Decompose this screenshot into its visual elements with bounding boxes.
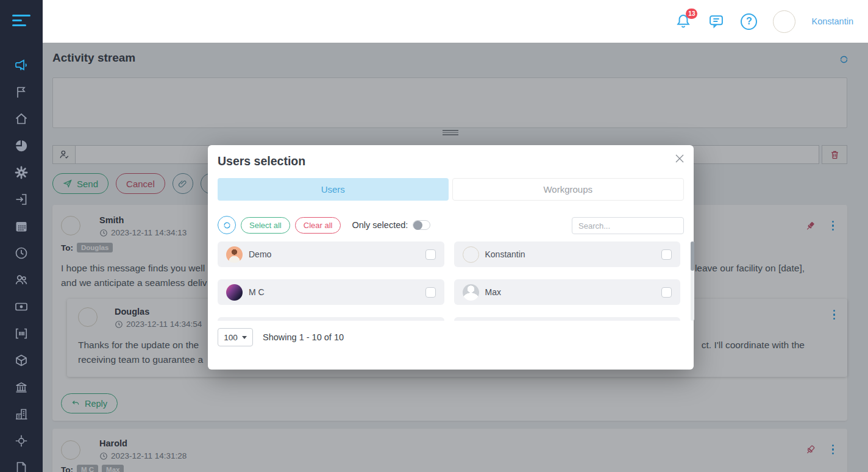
- user-name-label: Demo: [249, 249, 271, 259]
- users-icon: [14, 273, 29, 287]
- sidebar-item-flag[interactable]: [14, 85, 29, 99]
- user-avatar[interactable]: [773, 10, 795, 33]
- help-button[interactable]: ?: [741, 13, 757, 30]
- user-avatar: [463, 246, 479, 263]
- only-selected-control: Only selected:: [352, 220, 430, 230]
- sidebar-item-reports[interactable]: [14, 138, 29, 153]
- user-list: Demo Konstantin M C Max: [218, 241, 680, 321]
- user-checkbox[interactable]: [425, 249, 436, 260]
- user-list-item[interactable]: Demo: [218, 241, 444, 267]
- megaphone-icon: [14, 58, 29, 73]
- users-selection-modal: Users selection Users Workgroups Select …: [208, 145, 694, 370]
- user-list-item[interactable]: [218, 317, 444, 321]
- user-search-input[interactable]: [572, 217, 684, 234]
- sign-in-icon: [14, 192, 29, 207]
- banknote-icon: [14, 299, 29, 314]
- user-avatar: [463, 284, 479, 301]
- sidebar-item-documents[interactable]: [14, 460, 29, 472]
- user-name-label: M C: [249, 287, 265, 297]
- user-avatar: [226, 246, 243, 263]
- sidebar-item-employees[interactable]: [14, 273, 29, 287]
- topbar: 13 ? Konstantin: [43, 0, 868, 43]
- user-checkbox[interactable]: [425, 287, 436, 298]
- sidebar-item-tracking[interactable]: [14, 434, 29, 448]
- pagination-summary: Showing 1 - 10 of 10: [263, 332, 344, 342]
- messenger-button[interactable]: [708, 13, 725, 30]
- user-list-scrollbar[interactable]: [691, 241, 694, 321]
- page-size-select[interactable]: 100: [218, 328, 253, 346]
- user-list-item[interactable]: [454, 317, 681, 321]
- sidebar-item-activity-stream[interactable]: [14, 58, 29, 73]
- tab-users[interactable]: Users: [218, 178, 449, 201]
- scrollbar-thumb[interactable]: [691, 241, 694, 271]
- document-icon: [14, 460, 29, 472]
- user-checkbox[interactable]: [661, 249, 672, 260]
- flag-icon: [14, 85, 29, 99]
- sidebar-item-home[interactable]: [14, 112, 29, 126]
- menu-toggle-button[interactable]: [12, 15, 30, 26]
- modal-toolbar: Select all Clear all Only selected:: [218, 216, 430, 234]
- notifications-button[interactable]: 13: [675, 13, 692, 30]
- user-avatar: [226, 284, 243, 301]
- notification-count-badge: 13: [686, 9, 697, 19]
- calendar-icon: [14, 219, 29, 234]
- only-selected-toggle[interactable]: [413, 220, 430, 230]
- user-list-item[interactable]: Konstantin: [454, 241, 681, 267]
- sidebar-item-barcode[interactable]: [14, 326, 29, 341]
- gear-icon: [14, 165, 29, 180]
- clock-icon: [14, 246, 29, 260]
- current-user-name[interactable]: Konstantin: [811, 16, 853, 26]
- select-all-button[interactable]: Select all: [241, 217, 290, 234]
- refresh-icon: [222, 221, 232, 230]
- sidebar-item-company[interactable]: [14, 407, 29, 421]
- modal-close-button[interactable]: [674, 153, 685, 164]
- sidebar-item-payments[interactable]: [14, 299, 29, 314]
- user-name-label: Max: [485, 287, 501, 297]
- pie-chart-icon: [14, 138, 29, 153]
- sidebar-item-time[interactable]: [14, 246, 29, 260]
- modal-title: Users selection: [218, 154, 305, 168]
- building-icon: [14, 407, 29, 421]
- user-name-label: Konstantin: [485, 249, 525, 259]
- sidebar-nav: [14, 58, 29, 472]
- modal-tabs: Users Workgroups: [218, 178, 684, 201]
- user-list-item[interactable]: Max: [454, 279, 681, 305]
- bank-icon: [14, 380, 29, 395]
- close-icon: [674, 153, 685, 164]
- tab-workgroups[interactable]: Workgroups: [452, 178, 685, 201]
- modal-footer: 100 Showing 1 - 10 of 10: [218, 328, 344, 346]
- sidebar-item-bank[interactable]: [14, 380, 29, 395]
- chat-icon: [708, 13, 725, 30]
- user-checkbox[interactable]: [661, 287, 672, 298]
- sidebar-item-products[interactable]: [14, 353, 29, 368]
- help-icon: ?: [746, 16, 752, 27]
- sidebar-item-settings[interactable]: [14, 165, 29, 180]
- crosshair-icon: [14, 434, 29, 448]
- sidebar-item-sign-in[interactable]: [14, 192, 29, 207]
- barcode-icon: [14, 326, 29, 341]
- user-list-item[interactable]: M C: [218, 279, 444, 305]
- sidebar: [0, 0, 43, 472]
- clear-all-button[interactable]: Clear all: [295, 217, 341, 234]
- list-refresh-button[interactable]: [218, 216, 236, 234]
- home-icon: [14, 112, 29, 126]
- cube-icon: [14, 353, 29, 368]
- chevron-down-icon: [242, 336, 247, 339]
- sidebar-item-calendar[interactable]: [14, 219, 29, 234]
